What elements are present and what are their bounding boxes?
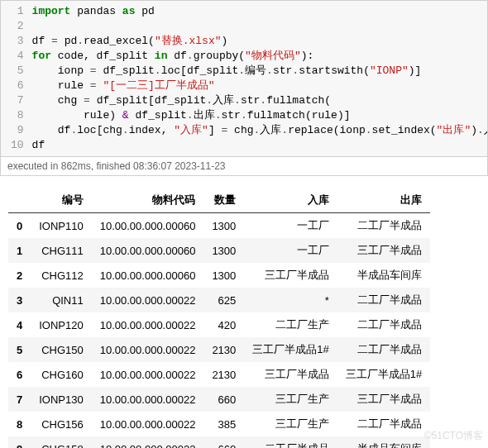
table-row: 7IONP13010.00.00.000.00022660三工厂生产三工厂半成品 — [8, 387, 430, 412]
code-token: df — [167, 50, 186, 62]
table-cell: 625 — [203, 288, 244, 312]
line-number: 7 — [9, 93, 26, 108]
table-cell: 三工厂半成品 — [244, 263, 337, 288]
code-line[interactable]: import pandas as pd — [32, 4, 482, 19]
code-token: pd — [58, 35, 77, 47]
table-cell: 10.00.00.000.00022 — [92, 312, 204, 337]
code-line[interactable]: df.loc[chg.index, "入库"] = chg.入库.replace… — [32, 123, 482, 138]
line-number: 1 — [9, 4, 26, 19]
code-token: . — [292, 64, 299, 77]
row-index: 4 — [8, 312, 31, 337]
code-token: loc[df_split — [161, 64, 239, 77]
table-row: 5CHG15010.00.00.000.000222130三工厂半成品1#二工厂… — [8, 337, 430, 362]
code-token: in — [155, 50, 168, 62]
table-cell: CHG160 — [31, 362, 91, 387]
code-token: import — [32, 5, 71, 17]
line-number: 4 — [9, 49, 26, 64]
code-token: . — [77, 35, 84, 47]
code-token: ionp — [32, 64, 90, 77]
table-cell: 660 — [203, 387, 244, 412]
code-token: df — [32, 124, 71, 136]
code-line[interactable]: for code, df_split in df.groupby("物料代码")… — [32, 49, 482, 64]
execution-status: executed in 862ms, finished 08:36:07 202… — [0, 157, 488, 176]
code-token: = — [90, 79, 97, 92]
table-cell: IONP110 — [31, 213, 91, 239]
table-cell: CHG150 — [31, 337, 91, 362]
code-token: . — [234, 94, 241, 107]
code-token: 入库 — [213, 94, 234, 107]
column-header: 物料代码 — [92, 188, 204, 213]
row-index: 3 — [8, 288, 31, 312]
code-token: "入库" — [174, 124, 208, 136]
code-cell[interactable]: 12345678910 import pandas as pddf = pd.r… — [0, 0, 488, 157]
code-line[interactable] — [32, 19, 482, 34]
row-index: 5 — [8, 337, 31, 362]
code-token: rule — [32, 79, 90, 92]
code-line[interactable]: df = pd.read_excel("替换.xlsx") — [32, 34, 482, 49]
dataframe-output: 编号物料代码数量入库出库 0IONP11010.00.00.000.000601… — [8, 188, 430, 448]
code-line[interactable]: chg = df_split[df_split.入库.str.fullmatch… — [32, 93, 482, 108]
code-token: . — [281, 124, 288, 136]
code-token: . — [187, 109, 194, 122]
table-cell: 二工厂半成品 — [337, 412, 430, 436]
code-body[interactable]: import pandas as pddf = pd.read_excel("替… — [32, 4, 487, 153]
table-cell: CHG156 — [31, 412, 91, 436]
row-index: 7 — [8, 387, 31, 412]
code-token: loc[chg — [77, 124, 122, 136]
row-index: 8 — [8, 412, 31, 436]
table-row: 8CHG15610.00.00.000.00022385三工厂生产二工厂半成品 — [8, 412, 430, 436]
line-number: 2 — [9, 19, 26, 34]
code-token: str — [241, 94, 260, 107]
code-token: fullmatch(rule)] — [247, 109, 351, 122]
code-token: "物料代码" — [245, 50, 301, 62]
code-token: for — [32, 50, 51, 62]
code-token: = — [84, 94, 90, 107]
code-token: rule) — [32, 109, 122, 122]
table-cell: IONP120 — [31, 312, 91, 337]
row-index: 0 — [8, 213, 31, 239]
code-token: ] — [208, 124, 222, 136]
code-token: set_index( — [372, 124, 437, 136]
table-cell: 三工厂半成品 — [337, 387, 430, 412]
table-cell: 二工厂半成品 — [337, 337, 430, 362]
code-token: df_split — [129, 109, 187, 122]
code-token: code, df_split — [51, 50, 155, 62]
code-token: . — [366, 124, 372, 136]
code-token: groupby( — [194, 50, 245, 62]
table-cell: 三工厂半成品 — [244, 362, 337, 387]
column-header: 数量 — [203, 188, 244, 213]
code-token: . — [266, 64, 273, 77]
code-token: 编号 — [245, 64, 266, 77]
code-token: str — [221, 109, 240, 122]
table-cell: 420 — [203, 312, 244, 337]
watermark: ©51CTO博客 — [424, 429, 483, 443]
code-line[interactable]: rule) & df_split.出库.str.fullmatch(rule)] — [32, 108, 482, 123]
code-token: df — [32, 139, 45, 151]
code-token: chg — [227, 124, 253, 136]
table-row: 1CHG11110.00.00.000.000601300一工厂三工厂半成品 — [8, 238, 430, 263]
table-cell: IONP130 — [31, 387, 91, 412]
table-cell: CHG112 — [31, 263, 91, 288]
code-line[interactable]: ionp = df_split.loc[df_split.编号.str.star… — [32, 64, 482, 79]
code-token: . — [206, 94, 213, 107]
code-line[interactable]: df — [32, 138, 482, 153]
code-token: ) — [221, 35, 227, 47]
code-token: df_split — [97, 64, 155, 77]
table-cell: 385 — [203, 412, 244, 436]
table-cell: 三工厂生产 — [244, 387, 337, 412]
line-number: 9 — [9, 123, 26, 138]
table-cell: 10.00.00.000.00022 — [92, 387, 204, 412]
code-line[interactable]: rule = "[一二三]工厂半成品" — [32, 79, 482, 93]
line-number: 5 — [9, 64, 26, 79]
table-cell: 三工厂半成品 — [337, 238, 430, 263]
line-number: 6 — [9, 79, 26, 93]
code-token: )] — [409, 64, 422, 77]
table-cell: CHG158 — [31, 436, 91, 448]
table-cell: 1300 — [203, 213, 244, 239]
code-token: & — [122, 109, 129, 122]
code-token: index, — [129, 124, 175, 136]
table-cell: 10.00.00.000.00022 — [92, 436, 204, 448]
code-token: 出库 — [194, 109, 215, 122]
table-cell: 10.00.00.000.00022 — [92, 412, 204, 436]
table-cell: 三工厂半成品1# — [244, 337, 337, 362]
